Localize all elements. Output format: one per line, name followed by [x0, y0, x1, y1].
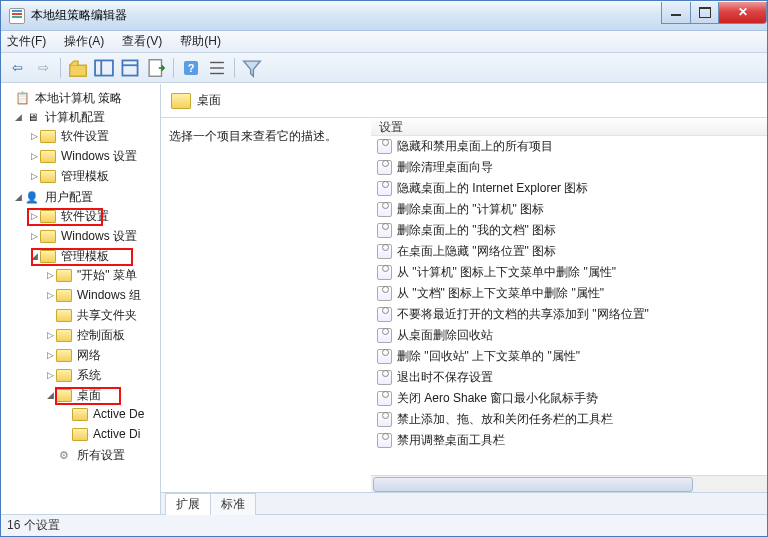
tree-label: 网络: [75, 347, 103, 364]
setting-row[interactable]: 从 "文档" 图标上下文菜单中删除 "属性": [371, 283, 767, 304]
tree-user-config[interactable]: ◢ 用户配置: [1, 188, 160, 206]
tab-standard[interactable]: 标准: [210, 493, 256, 515]
tree-item[interactable]: ▷控制面板: [1, 326, 160, 344]
setting-label: 从桌面删除回收站: [397, 327, 493, 344]
tree-admin-templates[interactable]: ◢管理模板: [1, 247, 160, 265]
status-text: 16 个设置: [7, 517, 60, 534]
folder-icon: [40, 248, 56, 264]
menu-file[interactable]: 文件(F): [7, 33, 46, 50]
setting-icon: [377, 160, 393, 175]
setting-row[interactable]: 在桌面上隐藏 "网络位置" 图标: [371, 241, 767, 262]
setting-label: 关闭 Aero Shake 窗口最小化鼠标手势: [397, 390, 598, 407]
setting-label: 隐藏和禁用桌面上的所有项目: [397, 138, 553, 155]
tree-item[interactable]: ▷共享文件夹: [1, 306, 160, 324]
setting-row[interactable]: 从桌面删除回收站: [371, 325, 767, 346]
tree-item[interactable]: ▷软件设置: [1, 207, 160, 225]
tree-desktop[interactable]: ◢桌面: [1, 386, 160, 404]
properties-button[interactable]: [118, 56, 142, 80]
setting-row[interactable]: 删除桌面上的 "计算机" 图标: [371, 199, 767, 220]
status-bar: 16 个设置: [1, 514, 767, 536]
setting-label: 删除桌面上的 "我的文档" 图标: [397, 222, 556, 239]
help-button[interactable]: [179, 56, 203, 80]
setting-label: 删除桌面上的 "计算机" 图标: [397, 201, 544, 218]
setting-label: 退出时不保存设置: [397, 369, 493, 386]
folder-icon: [72, 406, 88, 422]
tree-computer-config[interactable]: ◢ 计算机配置: [1, 108, 160, 126]
setting-label: 隐藏桌面上的 Internet Explorer 图标: [397, 180, 588, 197]
tab-extended[interactable]: 扩展: [165, 493, 211, 515]
setting-row[interactable]: 退出时不保存设置: [371, 367, 767, 388]
toolbar-separator: [234, 58, 235, 78]
tree-item[interactable]: ▷软件设置: [1, 127, 160, 145]
setting-row[interactable]: 删除桌面上的 "我的文档" 图标: [371, 220, 767, 241]
tree-item[interactable]: ▷Windows 设置: [1, 147, 160, 165]
setting-row[interactable]: 禁止添加、拖、放和关闭任务栏的工具栏: [371, 409, 767, 430]
tree-item[interactable]: ▷Windows 设置: [1, 227, 160, 245]
setting-row[interactable]: 禁用调整桌面工具栏: [371, 430, 767, 451]
tree-label: "开始" 菜单: [75, 267, 139, 284]
setting-label: 删除 "回收站" 上下文菜单的 "属性": [397, 348, 580, 365]
window-controls: [661, 2, 767, 24]
show-hide-tree-button[interactable]: [92, 56, 116, 80]
setting-row[interactable]: 从 "计算机" 图标上下文菜单中删除 "属性": [371, 262, 767, 283]
filter-button[interactable]: [240, 56, 264, 80]
tree-item[interactable]: ▷系统: [1, 366, 160, 384]
setting-label: 禁用调整桌面工具栏: [397, 432, 505, 449]
setting-icon: [377, 391, 393, 406]
tree-label: Windows 组: [75, 287, 143, 304]
scrollbar-thumb[interactable]: [373, 477, 693, 492]
back-button[interactable]: [5, 56, 29, 80]
tree-root[interactable]: ▶ 本地计算机 策略: [1, 89, 160, 107]
horizontal-scrollbar[interactable]: [371, 475, 767, 492]
tree-label: 控制面板: [75, 327, 127, 344]
setting-row[interactable]: 不要将最近打开的文档的共享添加到 "网络位置": [371, 304, 767, 325]
up-button[interactable]: [66, 56, 90, 80]
tree-label: 本地计算机 策略: [33, 90, 124, 107]
list-options-button[interactable]: [205, 56, 229, 80]
setting-row[interactable]: 关闭 Aero Shake 窗口最小化鼠标手势: [371, 388, 767, 409]
setting-icon: [377, 139, 393, 154]
console-tree[interactable]: ▶ 本地计算机 策略 ◢ 计算机配置 ▷软件设置: [1, 84, 161, 514]
setting-row[interactable]: 隐藏桌面上的 Internet Explorer 图标: [371, 178, 767, 199]
settings-list[interactable]: 隐藏和禁用桌面上的所有项目删除清理桌面向导隐藏桌面上的 Internet Exp…: [371, 136, 767, 475]
setting-icon: [377, 223, 393, 238]
tree-item[interactable]: ▷管理模板: [1, 167, 160, 185]
maximize-button[interactable]: [691, 2, 719, 24]
setting-icon: [377, 328, 393, 343]
tree-label: 用户配置: [43, 189, 95, 206]
setting-row[interactable]: 隐藏和禁用桌面上的所有项目: [371, 136, 767, 157]
tree-all-settings[interactable]: ▷所有设置: [1, 446, 160, 464]
detail-pane: 桌面 选择一个项目来查看它的描述。 设置 隐藏和禁用桌面上的所有项目删除清理桌面…: [161, 84, 767, 514]
setting-icon: [377, 265, 393, 280]
forward-button[interactable]: [31, 56, 55, 80]
tree-item[interactable]: ▷Active De: [1, 405, 160, 423]
column-header-label: 设置: [379, 119, 403, 136]
folder-icon: [56, 327, 72, 343]
setting-label: 从 "文档" 图标上下文菜单中删除 "属性": [397, 285, 604, 302]
tree-item[interactable]: ▷Windows 组: [1, 286, 160, 304]
tree-item[interactable]: ▷Active Di: [1, 425, 160, 443]
tree-label: 管理模板: [59, 248, 111, 265]
menu-view[interactable]: 查看(V): [122, 33, 162, 50]
export-list-button[interactable]: [144, 56, 168, 80]
column-header-setting[interactable]: 设置: [371, 118, 767, 136]
svg-rect-0: [70, 65, 87, 76]
toolbar: [1, 53, 767, 83]
close-button[interactable]: [719, 2, 767, 24]
menu-action[interactable]: 操作(A): [64, 33, 104, 50]
folder-icon: [40, 168, 56, 184]
setting-row[interactable]: 删除 "回收站" 上下文菜单的 "属性": [371, 346, 767, 367]
setting-row[interactable]: 删除清理桌面向导: [371, 157, 767, 178]
tree-label: 计算机配置: [43, 109, 107, 126]
menu-help[interactable]: 帮助(H): [180, 33, 221, 50]
setting-label: 不要将最近打开的文档的共享添加到 "网络位置": [397, 306, 649, 323]
policy-icon: [14, 90, 30, 106]
app-icon: [9, 8, 25, 24]
tree-label: 软件设置: [59, 208, 111, 225]
folder-icon: [56, 387, 72, 403]
toolbar-separator: [173, 58, 174, 78]
tree-item[interactable]: ▷网络: [1, 346, 160, 364]
minimize-button[interactable]: [661, 2, 691, 24]
tree-label: 系统: [75, 367, 103, 384]
tree-item[interactable]: ▷"开始" 菜单: [1, 266, 160, 284]
